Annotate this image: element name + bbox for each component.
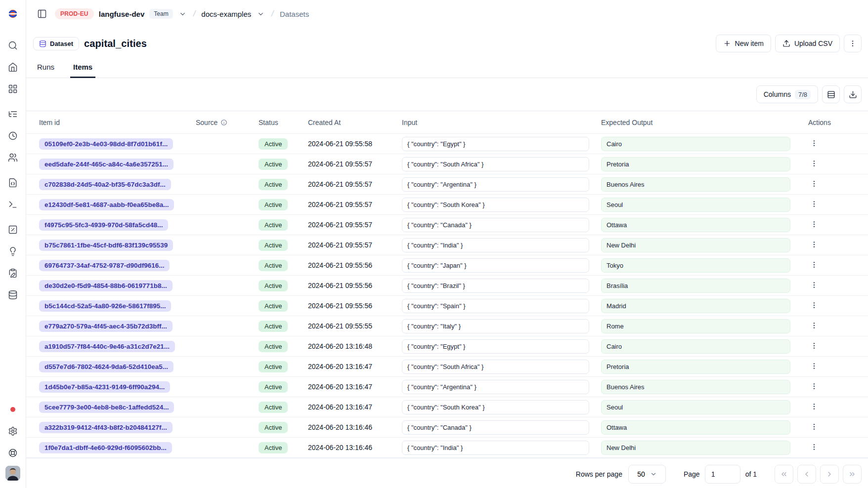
item-id-link[interactable]: 69764737-34af-4752-9787-d90df9616... xyxy=(39,260,170,271)
last-page-button[interactable] xyxy=(843,465,862,484)
expected-output-cell[interactable]: Cairo xyxy=(601,137,790,151)
project-name[interactable]: docs-examples xyxy=(201,10,251,18)
item-id-link[interactable]: c702838d-24d5-40a2-bf35-67dc3a3df... xyxy=(39,179,171,190)
row-actions-button[interactable] xyxy=(806,340,822,353)
expected-output-cell[interactable]: Brasília xyxy=(601,279,790,293)
item-id-link[interactable]: f4975c95-5fc3-4939-970d-58fa5cd48... xyxy=(39,219,168,231)
column-header-input[interactable]: Input xyxy=(396,119,595,126)
page-number-input[interactable] xyxy=(705,465,740,484)
input-cell[interactable]: { "country": "Spain" } xyxy=(402,299,589,313)
organization-name[interactable]: langfuse-dev xyxy=(99,10,145,18)
users-icon[interactable] xyxy=(4,149,22,166)
prompts-file-icon[interactable] xyxy=(4,174,22,192)
item-id-link[interactable]: 05109ef0-2e3b-4e03-98dd-8f7d01b61f... xyxy=(39,138,173,150)
column-header-created-at[interactable]: Created At xyxy=(302,119,396,126)
breadcrumb-section[interactable]: Datasets xyxy=(280,10,309,18)
expected-output-cell[interactable]: New Delhi xyxy=(601,238,790,252)
expected-output-cell[interactable]: Pretoria xyxy=(601,360,790,374)
input-cell[interactable]: { "country": "India" } xyxy=(402,238,589,252)
playground-terminal-icon[interactable] xyxy=(4,196,22,213)
next-page-button[interactable] xyxy=(820,465,839,484)
row-actions-button[interactable] xyxy=(806,239,822,252)
expected-output-cell[interactable]: Ottawa xyxy=(601,420,790,435)
row-actions-button[interactable] xyxy=(806,137,822,151)
row-actions-button[interactable] xyxy=(806,178,822,191)
columns-button[interactable]: Columns 7/8 xyxy=(756,85,818,103)
input-cell[interactable]: { "country": "India" } xyxy=(402,441,589,455)
first-page-button[interactable] xyxy=(775,465,793,484)
row-actions-button[interactable] xyxy=(806,259,822,272)
expected-output-cell[interactable]: Madrid xyxy=(601,299,790,313)
column-header-status[interactable]: Status xyxy=(253,119,302,126)
item-id-link[interactable]: b5c144cd-52a5-4a80-926e-58617f895... xyxy=(39,300,171,312)
input-cell[interactable]: { "country": "Japan" } xyxy=(402,258,589,273)
item-id-link[interactable]: b75c7861-1fbe-45cf-bdf6-83f139c95539 xyxy=(39,240,173,251)
more-actions-button[interactable] xyxy=(844,35,862,52)
rows-per-page-select[interactable]: 50 xyxy=(628,465,666,484)
home-icon[interactable] xyxy=(4,58,22,76)
new-item-button[interactable]: New item xyxy=(716,35,771,52)
row-actions-button[interactable] xyxy=(806,421,822,434)
item-id-link[interactable]: a322b319-9412-4f43-b8f2-b20484127f... xyxy=(39,422,173,433)
settings-gear-icon[interactable] xyxy=(4,422,22,440)
row-actions-button[interactable] xyxy=(806,299,822,313)
row-actions-button[interactable] xyxy=(806,158,822,171)
expected-output-cell[interactable]: New Delhi xyxy=(601,441,790,455)
row-actions-button[interactable] xyxy=(806,198,822,211)
evaluators-percent-icon[interactable] xyxy=(4,221,22,239)
expected-output-cell[interactable]: Rome xyxy=(601,319,790,333)
input-cell[interactable]: { "country": "Canada" } xyxy=(402,218,589,232)
input-cell[interactable]: { "country": "Egypt" } xyxy=(402,137,589,151)
sessions-clock-icon[interactable] xyxy=(4,127,22,145)
column-header-source[interactable]: Source xyxy=(190,119,253,126)
expected-output-cell[interactable]: Tokyo xyxy=(601,258,790,273)
row-height-button[interactable] xyxy=(822,85,840,103)
export-download-button[interactable] xyxy=(844,85,862,103)
column-header-expected-output[interactable]: Expected Output xyxy=(595,119,796,126)
record-indicator-icon[interactable] xyxy=(4,401,22,418)
item-id-link[interactable]: 1f0e7da1-dbff-4e60-929d-f6095602bb... xyxy=(39,442,172,453)
panel-toggle-icon[interactable] xyxy=(34,6,50,22)
expected-output-cell[interactable]: Buenos Aires xyxy=(601,380,790,394)
input-cell[interactable]: { "country": "Italy" } xyxy=(402,319,589,333)
input-cell[interactable]: { "country": "South Africa" } xyxy=(402,157,589,171)
project-switcher-chevron-down-icon[interactable] xyxy=(256,9,265,19)
row-actions-button[interactable] xyxy=(806,218,822,232)
input-cell[interactable]: { "country": "South Korea" } xyxy=(402,198,589,212)
tracing-icon[interactable] xyxy=(4,105,22,123)
annotation-clipboard-icon[interactable] xyxy=(4,264,22,282)
input-cell[interactable]: { "country": "South Korea" } xyxy=(402,400,589,414)
row-actions-button[interactable] xyxy=(806,380,822,394)
search-icon[interactable] xyxy=(4,37,22,54)
row-actions-button[interactable] xyxy=(806,441,822,454)
item-id-link[interactable]: a1910d57-7f84-440c-9e46-a31c2d7e21... xyxy=(39,341,175,352)
expected-output-cell[interactable]: Pretoria xyxy=(601,157,790,171)
input-cell[interactable]: { "country": "Argentina" } xyxy=(402,380,589,394)
expected-output-cell[interactable]: Cairo xyxy=(601,339,790,354)
input-cell[interactable]: { "country": "Brazil" } xyxy=(402,279,589,293)
input-cell[interactable]: { "country": "Egypt" } xyxy=(402,339,589,354)
item-id-link[interactable]: de30d2e0-f5d9-4854-88b6-0619771b8... xyxy=(39,280,173,291)
item-id-link[interactable]: eed5dafe-244f-465c-a84c-4a6e357251... xyxy=(39,159,174,170)
row-actions-button[interactable] xyxy=(806,320,822,333)
datasets-database-icon[interactable] xyxy=(4,286,22,304)
input-cell[interactable]: { "country": "Canada" } xyxy=(402,420,589,435)
previous-page-button[interactable] xyxy=(797,465,816,484)
item-id-link[interactable]: e779a270-579a-4f45-aec4-35b72d3bff... xyxy=(39,321,173,332)
row-actions-button[interactable] xyxy=(806,360,822,373)
upload-csv-button[interactable]: Upload CSV xyxy=(775,35,840,52)
item-id-link[interactable]: 5cee7779-3e00-4eb8-be8c-1affedd524... xyxy=(39,402,174,413)
support-lifebuoy-icon[interactable] xyxy=(4,444,22,462)
org-switcher-chevron-down-icon[interactable] xyxy=(178,9,187,19)
user-avatar[interactable] xyxy=(5,466,20,481)
expected-output-cell[interactable]: Ottawa xyxy=(601,218,790,232)
row-actions-button[interactable] xyxy=(806,401,822,414)
column-header-item-id[interactable]: Item id xyxy=(33,119,190,126)
expected-output-cell[interactable]: Seoul xyxy=(601,198,790,212)
row-actions-button[interactable] xyxy=(806,279,822,292)
expected-output-cell[interactable]: Seoul xyxy=(601,400,790,414)
input-cell[interactable]: { "country": "South Africa" } xyxy=(402,360,589,374)
item-id-link[interactable]: e12430df-5e81-4687-aabb-f0ea65be8a... xyxy=(39,199,174,210)
input-cell[interactable]: { "country": "Argentina" } xyxy=(402,177,589,192)
tab-runs[interactable]: Runs xyxy=(34,58,57,78)
